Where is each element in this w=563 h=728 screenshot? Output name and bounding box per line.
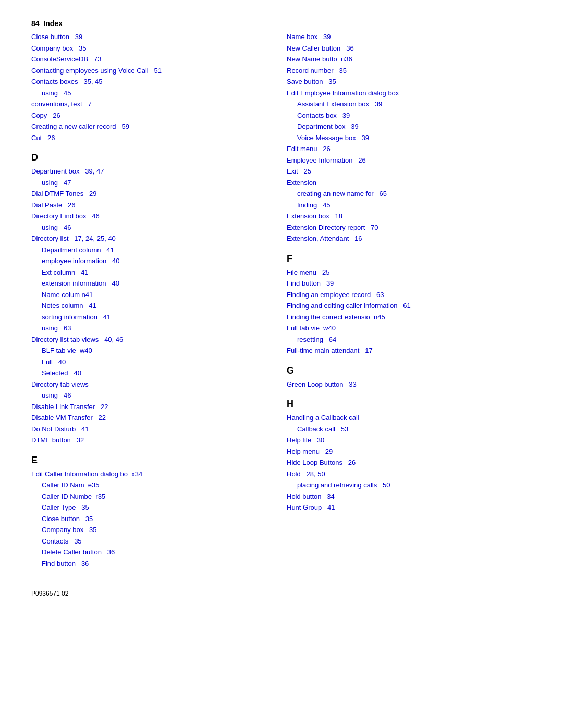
list-item: Callback call 53 (287, 424, 532, 435)
c-entries: Close button 39 Company box 35 ConsoleSe… (31, 32, 266, 143)
page: 84 Index Close button 39 Company box 35 … (0, 0, 563, 728)
list-item: Copy 26 (31, 110, 266, 121)
list-item: Department column 41 (31, 245, 266, 255)
list-item: Extension box 18 (287, 211, 532, 221)
list-item: Employee Information 26 (287, 155, 532, 166)
list-item: Record number 35 (287, 66, 532, 76)
list-item: Disable Link Transfer 22 (31, 402, 266, 412)
list-item: Edit menu 26 (287, 144, 532, 154)
list-item: using 46 (31, 390, 266, 401)
list-item: Extension (287, 178, 532, 188)
list-item: Help file 30 (287, 435, 532, 446)
list-item: conventions, text 7 (31, 99, 266, 109)
list-item: using 63 (31, 323, 266, 334)
left-column: Close button 39 Company box 35 ConsoleSe… (31, 32, 282, 570)
list-item: Close button 35 (31, 514, 266, 524)
list-item: Extension, Attendant 16 (287, 233, 532, 244)
list-item: New Caller button 36 (287, 43, 532, 54)
list-item: Caller Type 35 (31, 502, 266, 513)
list-item: Ext column 41 (31, 267, 266, 278)
list-item: Contacting employees using Voice Call 51 (31, 66, 266, 76)
d-entries: Department box 39, 47 using 47 Dial DTMF… (31, 166, 266, 446)
list-item: ConsoleServiceDB 73 (31, 54, 266, 65)
list-item: Hide Loop Buttons 26 (287, 458, 532, 468)
list-item: Directory tab views (31, 379, 266, 390)
list-item: sorting information 41 (31, 312, 266, 323)
list-item: Finding and editing caller information 6… (287, 301, 532, 311)
list-item: Exit 25 (287, 166, 532, 177)
g-entries: Green Loop button 33 (287, 379, 532, 390)
section-g: G (287, 365, 532, 376)
list-item: Dial DTMF Tones 29 (31, 189, 266, 199)
list-item: Finding the correct extensio n45 (287, 312, 532, 323)
list-item: Directory Find box 46 (31, 211, 266, 221)
list-item: Full tab vie w40 (287, 323, 532, 334)
section-d: D (31, 152, 266, 163)
footer: P0936571 02 (31, 590, 532, 597)
page-header: 84 Index (31, 19, 532, 28)
list-item: Close button 39 (31, 32, 266, 42)
list-item: Dial Paste 26 (31, 200, 266, 211)
list-item: Selected 40 (31, 368, 266, 378)
e-continuation: Name box 39 New Caller button 36 New Nam… (287, 32, 532, 244)
list-item: Hold 28, 50 (287, 469, 532, 479)
e-entries: Edit Caller Information dialog bo x34 Ca… (31, 469, 266, 569)
list-item: Handling a Callback call (287, 413, 532, 423)
list-item: Save button 35 (287, 77, 532, 87)
list-item: Full 40 (31, 357, 266, 367)
list-item: Company box 35 (31, 525, 266, 535)
list-item: Do Not Disturb 41 (31, 424, 266, 435)
list-item: Notes column 41 (31, 301, 266, 311)
list-item: Department box 39 (287, 121, 532, 132)
list-item: Name box 39 (287, 32, 532, 42)
f-entries: File menu 25 Find button 39 Finding an e… (287, 267, 532, 356)
section-f: F (287, 253, 532, 264)
list-item: BLF tab vie w40 (31, 346, 266, 356)
list-item: Edit Employee Information dialog box (287, 88, 532, 98)
header-title: Index (43, 19, 63, 28)
list-item: using 47 (31, 178, 266, 188)
list-item: Hold button 34 (287, 491, 532, 502)
section-e: E (31, 455, 266, 466)
list-item: Help menu 29 (287, 447, 532, 457)
list-item: Contacts 35 (31, 536, 266, 547)
list-item: using 45 (31, 88, 266, 98)
list-item: Find button 36 (31, 559, 266, 569)
list-item: placing and retrieving calls 50 (287, 480, 532, 490)
top-rule (31, 16, 532, 16)
list-item: Disable VM Transfer 22 (31, 413, 266, 423)
list-item: Name colum n41 (31, 290, 266, 300)
section-h: H (287, 399, 532, 410)
list-item: creating an new name for 65 (287, 189, 532, 199)
list-item: Voice Message box 39 (287, 133, 532, 143)
list-item: Department box 39, 47 (31, 166, 266, 177)
list-item: resetting 64 (287, 335, 532, 345)
list-item: Find button 39 (287, 278, 532, 289)
list-item: Caller ID Nam e35 (31, 480, 266, 490)
footer-text: P0936571 02 (31, 590, 68, 597)
list-item: DTMF button 32 (31, 435, 266, 446)
list-item: Creating a new caller record 59 (31, 121, 266, 132)
list-item: Directory list 17, 24, 25, 40 (31, 233, 266, 244)
list-item: Extension Directory report 70 (287, 223, 532, 233)
right-column: Name box 39 New Caller button 36 New Nam… (282, 32, 532, 570)
list-item: Delete Caller button 36 (31, 547, 266, 558)
list-item: Finding an employee record 63 (287, 290, 532, 300)
h-entries: Handling a Callback call Callback call 5… (287, 413, 532, 513)
list-item: Directory list tab views 40, 46 (31, 335, 266, 345)
list-item: Contacts box 39 (287, 110, 532, 121)
list-item: Assistant Extension box 39 (287, 99, 532, 109)
list-item: New Name butto n36 (287, 54, 532, 65)
page-number: 84 (31, 19, 40, 28)
bottom-rule (31, 575, 532, 579)
list-item: Full-time main attendant 17 (287, 346, 532, 356)
list-item: using 46 (31, 223, 266, 233)
list-item: File menu 25 (287, 267, 532, 278)
list-item: Hunt Group 41 (287, 502, 532, 513)
list-item: Caller ID Numbe r35 (31, 491, 266, 502)
list-item: Green Loop button 33 (287, 379, 532, 390)
list-item: Edit Caller Information dialog bo x34 (31, 469, 266, 479)
list-item: Contacts boxes 35, 45 (31, 77, 266, 87)
list-item: extension information 40 (31, 278, 266, 289)
content-columns: Close button 39 Company box 35 ConsoleSe… (31, 32, 532, 570)
